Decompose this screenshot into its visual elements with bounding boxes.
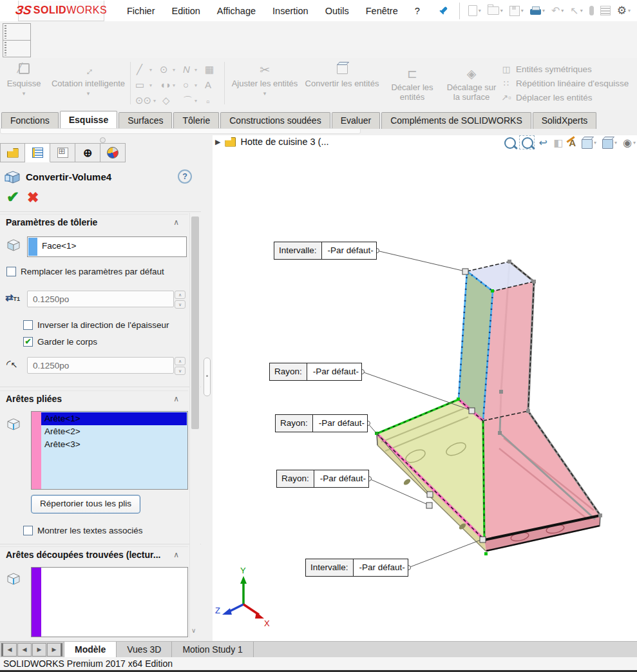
section-bend-edges[interactable]: Arêtes pliées ∧ <box>0 390 188 406</box>
fillet-tool-icon[interactable]: ⌒ <box>183 95 193 105</box>
print-button[interactable]: ▾ <box>528 5 547 16</box>
rectangle-tool-icon[interactable]: ▭ <box>135 80 144 90</box>
override-defaults-checkbox[interactable]: Remplacer les paramètres par défaut <box>6 267 164 276</box>
previous-view-icon[interactable]: ↩ <box>539 138 547 148</box>
section-rip-edges[interactable]: Arêtes découpées trouvées (lectur... ∧ <box>0 546 188 562</box>
cancel-button[interactable]: ✖ <box>27 191 39 205</box>
tab-modele[interactable]: Modèle <box>64 642 117 658</box>
thickness-input[interactable]: 0.1250po <box>27 291 174 307</box>
tab-dimxpert[interactable]: ⊕ <box>75 143 100 162</box>
tab-display-manager[interactable] <box>100 143 126 162</box>
view-settings-button[interactable]: ◉▾ <box>623 138 636 148</box>
callout-radius-3[interactable]: Rayon: -Par défaut- <box>276 470 369 488</box>
straight-slot-tool-icon[interactable]: ⊙⊙ <box>135 95 151 105</box>
keep-body-checkbox[interactable]: ✔ Garder le corps <box>23 337 97 347</box>
select-button[interactable]: ↖▾ <box>568 5 584 17</box>
checkbox-box[interactable] <box>23 320 33 330</box>
surface-offset-button[interactable]: ◈ Décalage sur la surface <box>442 66 501 102</box>
tab-constructions-soudees[interactable]: Constructions soudées <box>220 112 330 129</box>
menu-insertion[interactable]: Insertion <box>264 6 317 16</box>
tab-complements[interactable]: Compléments de SOLIDWORKS <box>381 112 531 129</box>
smart-dimension-button[interactable]: ↔ Cotation intelligente ▾ <box>48 62 129 97</box>
collapse-chevron-icon[interactable]: ∧ <box>173 215 179 230</box>
collapse-chevron-icon[interactable]: ∧ <box>173 547 179 562</box>
menu-help[interactable]: ? <box>406 6 428 16</box>
smart-dimension-dropdown-icon[interactable]: ▾ <box>48 90 129 97</box>
panel-splitter[interactable] <box>201 135 213 641</box>
circle-tool-icon[interactable]: ⊙ <box>160 64 168 74</box>
scroll-down-icon[interactable]: ∨ <box>191 627 196 634</box>
spline-tool-icon[interactable]: N <box>183 64 190 74</box>
tab-property-manager[interactable] <box>25 143 50 162</box>
bend-edges-list[interactable]: Arête<1> Arête<2> Arête<3> <box>31 411 188 490</box>
collapse-chevron-icon[interactable]: ∧ <box>173 391 179 407</box>
callout-interval-top[interactable]: Intervalle: -Par défaut- <box>274 242 377 260</box>
callout-interval-bottom[interactable]: Intervalle: -Par défaut- <box>305 559 408 577</box>
show-callouts-checkbox[interactable]: Montrer les textes associés <box>23 526 143 535</box>
checkbox-box[interactable] <box>6 267 16 276</box>
offset-entities-button[interactable]: ⊏ Décaler les entités <box>384 66 441 102</box>
display-style-button[interactable]: ▾ <box>602 137 617 149</box>
prev-tab-button[interactable]: ◀ <box>17 643 32 657</box>
list-item-edge2[interactable]: Arête<2> <box>41 425 187 438</box>
checkbox-box[interactable] <box>23 526 33 535</box>
panel-scrollbar[interactable]: ∨ <box>189 213 200 638</box>
callout-radius-1[interactable]: Rayon: -Par défaut- <box>269 363 362 381</box>
panel-grip-dot[interactable] <box>100 137 106 143</box>
undo-button[interactable]: ↶▾ <box>549 5 566 17</box>
tab-configuration-manager[interactable] <box>50 143 75 162</box>
tab-surfaces[interactable]: Surfaces <box>119 112 172 129</box>
help-icon[interactable]: ? <box>178 169 192 184</box>
list-item-edge1[interactable]: Arête<1> <box>41 412 187 425</box>
menu-edition[interactable]: Edition <box>164 6 209 16</box>
section-sheet-metal-params[interactable]: Paramètres de tôlerie ∧ <box>0 214 188 229</box>
bend-radius-spinner[interactable]: ∧∨ <box>175 357 185 374</box>
zoom-fit-icon[interactable] <box>504 137 516 149</box>
tab-esquisse[interactable]: Esquisse <box>60 111 117 129</box>
face-selection-list[interactable]: Face<1> <box>27 236 187 257</box>
options-button[interactable]: ⚙▾ <box>615 4 632 17</box>
tab-evaluer[interactable]: Evaluer <box>332 112 380 129</box>
hood-face-yellow[interactable] <box>377 399 484 540</box>
document-breadcrumb[interactable]: ▶ Hotte de cuisine 3 (... <box>215 137 328 147</box>
line-tool-icon[interactable]: ╱ <box>137 64 142 74</box>
slot-tool-icon[interactable]: ◖◗ <box>160 80 171 90</box>
ellipse-tool-icon[interactable]: ○ <box>183 80 189 90</box>
sketch-dropdown-icon[interactable]: ▾ <box>0 90 48 97</box>
tab-tolerie[interactable]: Tôlerie <box>173 112 219 129</box>
callout-value[interactable]: -Par défaut- <box>354 559 411 576</box>
tab-feature-manager[interactable] <box>0 143 25 162</box>
callout-value[interactable]: -Par défaut- <box>313 415 370 432</box>
polygon-tool-icon[interactable]: ◇ <box>162 95 170 105</box>
checkbox-box[interactable]: ✔ <box>23 337 33 347</box>
new-document-button[interactable]: ▾ <box>466 4 483 17</box>
rebuild-button[interactable] <box>587 5 596 17</box>
callout-radius-2[interactable]: Rayon: -Par défaut- <box>275 414 368 432</box>
flyout-tree-arrow-icon[interactable]: ▶ <box>215 138 220 146</box>
pin-menu-icon[interactable] <box>437 5 449 17</box>
list-item-edge3[interactable]: Arête<3> <box>41 438 187 451</box>
scrollbar-thumb[interactable] <box>191 216 199 429</box>
selected-face[interactable]: Face<1> <box>42 237 76 255</box>
last-tab-button[interactable]: ▶ <box>47 643 62 657</box>
zoom-area-icon[interactable] <box>522 137 533 149</box>
callout-value[interactable]: -Par défaut- <box>307 363 365 380</box>
next-tab-button[interactable]: ▶ <box>32 643 46 657</box>
callout-value[interactable]: -Par défaut- <box>322 242 379 259</box>
trim-dropdown-icon[interactable]: ▾ <box>227 90 303 97</box>
tab-fonctions[interactable]: Fonctions <box>1 112 59 129</box>
save-button[interactable]: ▾ <box>508 5 526 17</box>
bend-radius-input[interactable]: 0.1250po <box>27 357 174 374</box>
tab-vues-3d[interactable]: Vues 3D <box>117 642 172 658</box>
graphics-viewport[interactable]: Y Z X ▶ Hotte de cuisine 3 (... ↩ ◧ A ▾ … <box>213 135 637 641</box>
callout-value[interactable]: -Par défaut- <box>314 470 372 487</box>
view-orientation-button[interactable]: ▾ <box>582 137 596 149</box>
section-view-icon[interactable]: ◧ <box>553 138 563 148</box>
linear-pattern-button[interactable]: ∷ Répétition linéaire d'esquisse <box>501 76 629 90</box>
point-tool-icon[interactable]: ▫ <box>206 97 209 106</box>
open-document-button[interactable]: ▾ <box>486 5 505 16</box>
file-properties-button[interactable] <box>598 5 613 17</box>
first-tab-button[interactable]: ◀ <box>1 643 17 657</box>
move-entities-button[interactable]: ↗▫ Déplacer les entités <box>501 90 629 104</box>
reverse-thickness-checkbox[interactable]: Inverser la direction de l'épaisseur <box>23 320 169 330</box>
